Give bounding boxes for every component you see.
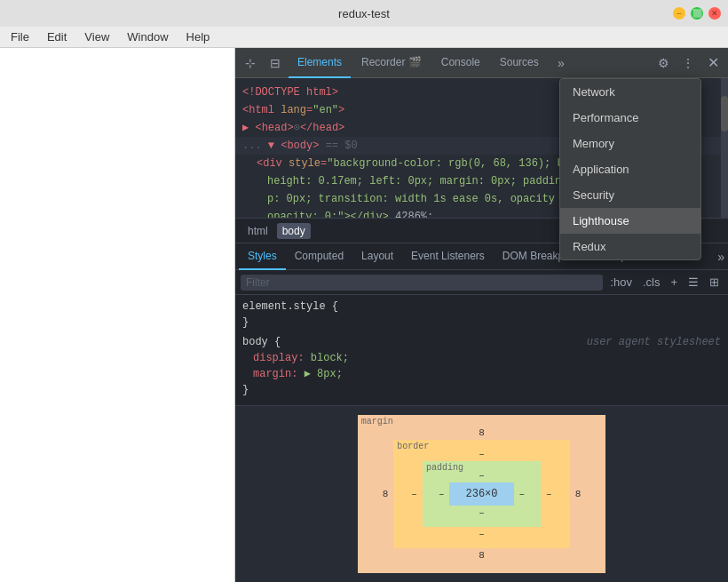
dropdown-item-redux[interactable]: Redux bbox=[560, 234, 700, 259]
menu-window[interactable]: Window bbox=[123, 28, 171, 45]
browser-preview bbox=[0, 48, 235, 582]
scrollbar[interactable] bbox=[721, 78, 728, 218]
box-content[interactable]: 236×0 bbox=[449, 482, 513, 506]
main-layout: ⊹ ⊟ Elements Recorder 🎬 Console Sources … bbox=[0, 48, 728, 582]
menu-view[interactable]: View bbox=[81, 28, 113, 45]
padding-bottom[interactable]: – bbox=[479, 507, 485, 518]
filter-input[interactable] bbox=[241, 275, 603, 291]
window-title: redux-test bbox=[338, 7, 390, 20]
color-format-button[interactable]: ⊞ bbox=[706, 274, 723, 291]
user-agent-comment: user agent stylesheet bbox=[587, 334, 721, 350]
margin-right[interactable]: 8 bbox=[575, 489, 582, 499]
title-bar: redux-test – ⬜ ✕ bbox=[0, 0, 728, 27]
padding-row: – 236×0 – bbox=[439, 482, 525, 506]
cls-button[interactable]: .cls bbox=[639, 274, 664, 291]
border-bottom[interactable]: – bbox=[479, 529, 485, 539]
padding-right[interactable]: – bbox=[519, 489, 526, 499]
tab-layout[interactable]: Layout bbox=[352, 243, 402, 270]
menu-file[interactable]: File bbox=[7, 28, 33, 45]
add-style-button[interactable]: + bbox=[667, 274, 681, 291]
dropdown-item-security[interactable]: Security bbox=[560, 182, 700, 208]
style-rule-body: body { user agent stylesheet display: bl… bbox=[242, 334, 721, 398]
dropdown-menu: Network Performance Memory Application S… bbox=[559, 78, 701, 260]
padding-label: padding bbox=[426, 463, 463, 473]
border-row: – padding – – 236×0 – bbox=[411, 461, 551, 527]
border-top[interactable]: – bbox=[479, 449, 485, 459]
margin-left[interactable]: 8 bbox=[383, 489, 389, 499]
hov-button[interactable]: :hov bbox=[606, 274, 636, 291]
styles-toolbar: :hov .cls + ☰ ⊞ bbox=[235, 270, 728, 295]
box-border: border – – padding – – 23 bbox=[393, 440, 569, 548]
dropdown-item-network[interactable]: Network bbox=[560, 79, 700, 105]
margin-row: 8 border – – padding – bbox=[383, 440, 582, 548]
margin-top[interactable]: 8 bbox=[479, 427, 485, 438]
menu-help[interactable]: Help bbox=[183, 28, 214, 45]
scrollbar-thumb[interactable] bbox=[721, 96, 728, 132]
tab-event-listeners[interactable]: Event Listeners bbox=[402, 243, 494, 270]
cursor-icon[interactable]: ⊹ bbox=[239, 52, 262, 75]
dropdown-item-application[interactable]: Application bbox=[560, 156, 700, 182]
padding-top[interactable]: – bbox=[479, 470, 485, 481]
tab-computed[interactable]: Computed bbox=[286, 243, 352, 270]
devtools-toolbar: ⊹ ⊟ Elements Recorder 🎬 Console Sources … bbox=[235, 48, 728, 78]
devtools-close-button[interactable]: ✕ bbox=[701, 52, 724, 75]
minimize-button[interactable]: – bbox=[673, 7, 685, 20]
window-controls: – ⬜ ✕ bbox=[673, 7, 721, 20]
dropdown-item-lighthouse[interactable]: Lighthouse bbox=[560, 208, 700, 234]
more-tabs-icon[interactable]: » bbox=[550, 52, 573, 75]
margin-bottom[interactable]: 8 bbox=[479, 550, 485, 561]
maximize-button[interactable]: ⬜ bbox=[691, 7, 703, 20]
padding-left[interactable]: – bbox=[439, 489, 445, 499]
close-button[interactable]: ✕ bbox=[708, 7, 721, 20]
settings-icon[interactable]: ⚙ bbox=[652, 52, 675, 75]
styles-content: element.style { } body { user agent styl… bbox=[235, 295, 728, 405]
styles-panel: Styles Computed Layout Event Listeners D… bbox=[235, 243, 728, 582]
box-padding: padding – – 236×0 – – bbox=[423, 461, 541, 527]
border-right[interactable]: – bbox=[546, 489, 552, 499]
menu-edit[interactable]: Edit bbox=[44, 28, 70, 45]
devtools-panel: ⊹ ⊟ Elements Recorder 🎬 Console Sources … bbox=[235, 48, 728, 582]
kebab-icon[interactable]: ⋮ bbox=[677, 52, 700, 75]
box-margin: margin 8 8 border – – padding bbox=[358, 415, 606, 573]
border-left[interactable]: – bbox=[411, 489, 417, 499]
style-rule-element: element.style { } bbox=[242, 299, 721, 331]
tab-styles[interactable]: Styles bbox=[239, 243, 286, 270]
breadcrumb-html[interactable]: html bbox=[242, 223, 273, 239]
mobile-icon[interactable]: ⊟ bbox=[264, 52, 287, 75]
dropdown-item-performance[interactable]: Performance bbox=[560, 105, 700, 131]
new-style-rule-button[interactable]: ☰ bbox=[684, 274, 702, 291]
tab-recorder[interactable]: Recorder 🎬 bbox=[352, 48, 431, 78]
dropdown-item-memory[interactable]: Memory bbox=[560, 131, 700, 156]
tab-console[interactable]: Console bbox=[432, 48, 489, 78]
breadcrumb-body[interactable]: body bbox=[277, 223, 311, 239]
box-model-area: margin 8 8 border – – padding bbox=[235, 405, 728, 582]
border-label: border bbox=[397, 442, 429, 451]
menu-bar: File Edit View Window Help bbox=[0, 27, 728, 48]
tab-elements[interactable]: Elements bbox=[289, 48, 351, 78]
margin-label: margin bbox=[361, 417, 393, 427]
styles-tabs-more[interactable]: » bbox=[717, 250, 724, 264]
box-model: margin 8 8 border – – padding bbox=[358, 415, 606, 573]
tab-sources[interactable]: Sources bbox=[491, 48, 548, 78]
